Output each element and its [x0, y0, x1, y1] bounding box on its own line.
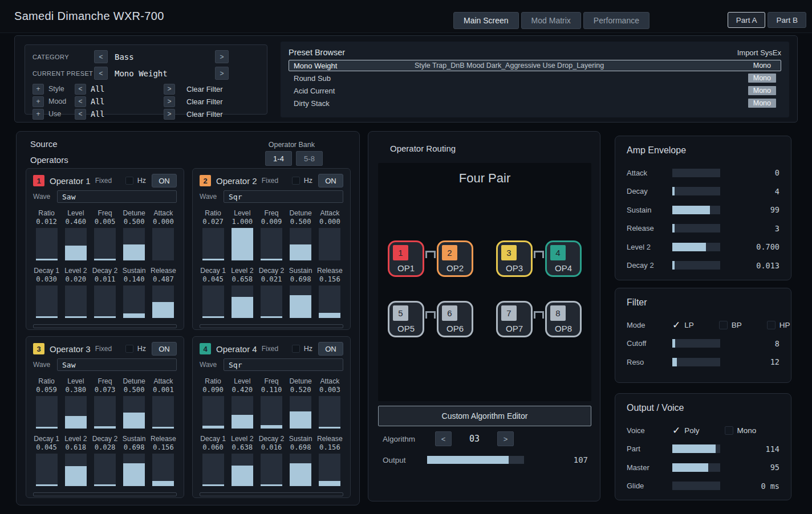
param-slider[interactable]: [94, 454, 116, 486]
param-slider[interactable]: [123, 454, 145, 486]
preset-row[interactable]: Round SubMono: [289, 72, 781, 84]
routing-node-op6[interactable]: 6OP6: [437, 301, 473, 337]
clear-filter-button[interactable]: Clear Filter: [186, 110, 223, 119]
param-slider[interactable]: [672, 358, 720, 366]
wave-select[interactable]: Saw: [57, 190, 177, 203]
param-slider[interactable]: [65, 454, 87, 486]
operator-scrollbar[interactable]: [200, 492, 343, 496]
param-slider[interactable]: [232, 396, 253, 429]
operator-on-button[interactable]: ON: [152, 174, 177, 187]
part-button-part-b[interactable]: Part B: [768, 12, 806, 28]
hz-checkbox[interactable]: [125, 345, 133, 353]
param-slider[interactable]: [319, 396, 340, 429]
algorithm-next-button[interactable]: >: [497, 431, 514, 446]
param-slider[interactable]: [152, 454, 174, 486]
param-slider[interactable]: [94, 285, 116, 318]
param-slider[interactable]: [94, 396, 116, 429]
param-slider[interactable]: [123, 396, 145, 429]
add-filter-button[interactable]: +: [33, 109, 44, 120]
hz-checkbox[interactable]: [125, 177, 133, 185]
bank-button-1-4[interactable]: 1-4: [265, 151, 292, 166]
param-slider[interactable]: [672, 243, 720, 251]
param-slider[interactable]: [36, 285, 58, 318]
filter-mode-option-bp[interactable]: BP: [719, 321, 742, 329]
routing-node-op7[interactable]: 7OP7: [496, 301, 533, 337]
category-next-button[interactable]: >: [215, 50, 229, 63]
preset-next-button[interactable]: >: [215, 67, 229, 80]
param-slider[interactable]: [290, 454, 311, 486]
param-slider[interactable]: [36, 454, 58, 486]
param-slider[interactable]: [261, 396, 282, 429]
param-slider[interactable]: [65, 285, 87, 318]
add-filter-button[interactable]: +: [33, 84, 44, 95]
routing-node-op1[interactable]: 1OP1: [388, 240, 424, 277]
nav-button-mod-matrix[interactable]: Mod Matrix: [521, 12, 581, 29]
param-slider[interactable]: [202, 396, 224, 429]
param-slider[interactable]: [202, 454, 224, 486]
param-slider[interactable]: [36, 396, 58, 429]
operator-on-button[interactable]: ON: [318, 174, 343, 187]
param-slider[interactable]: [261, 228, 282, 260]
preset-row[interactable]: Dirty StackMono: [289, 97, 781, 109]
voice-mode-option-poly[interactable]: ✓Poly: [672, 426, 700, 435]
param-slider[interactable]: [672, 206, 720, 214]
nav-button-main-screen[interactable]: Main Screen: [453, 12, 519, 29]
filter-prev-button[interactable]: <: [75, 96, 86, 107]
operator-on-button[interactable]: ON: [318, 342, 343, 356]
param-slider[interactable]: [232, 228, 253, 260]
param-slider[interactable]: [319, 285, 340, 318]
hz-checkbox[interactable]: [292, 177, 300, 185]
filter-next-button[interactable]: >: [164, 84, 175, 95]
param-slider[interactable]: [152, 228, 174, 260]
wave-select[interactable]: Sqr: [224, 358, 343, 371]
param-slider[interactable]: [672, 339, 720, 348]
output-slider[interactable]: [427, 456, 524, 464]
custom-algorithm-editor-button[interactable]: Custom Algorithm Editor: [378, 406, 591, 426]
filter-prev-button[interactable]: <: [75, 84, 86, 95]
param-slider[interactable]: [672, 224, 720, 232]
part-button-part-a[interactable]: Part A: [728, 12, 766, 28]
add-filter-button[interactable]: +: [33, 96, 44, 107]
param-slider[interactable]: [672, 187, 720, 195]
param-slider[interactable]: [672, 463, 720, 472]
param-slider[interactable]: [123, 285, 145, 318]
operator-scrollbar[interactable]: [33, 324, 177, 328]
param-slider[interactable]: [65, 228, 87, 260]
bank-button-5-8[interactable]: 5-8: [296, 151, 323, 166]
clear-filter-button[interactable]: Clear Filter: [186, 85, 223, 93]
operator-on-button[interactable]: ON: [152, 342, 177, 356]
routing-node-op5[interactable]: 5OP5: [388, 301, 424, 337]
param-slider[interactable]: [290, 285, 311, 318]
filter-mode-option-hp[interactable]: HP: [767, 321, 790, 329]
param-slider[interactable]: [152, 285, 174, 318]
algorithm-prev-button[interactable]: <: [435, 431, 452, 446]
hz-checkbox[interactable]: [292, 345, 300, 353]
param-slider[interactable]: [232, 454, 253, 486]
wave-select[interactable]: Sqr: [224, 190, 343, 203]
import-sysex-button[interactable]: Import SysEx: [737, 48, 781, 57]
filter-prev-button[interactable]: <: [75, 109, 86, 120]
param-slider[interactable]: [261, 285, 282, 318]
param-slider[interactable]: [152, 396, 174, 429]
param-slider[interactable]: [290, 228, 311, 260]
param-slider[interactable]: [672, 169, 720, 177]
filter-next-button[interactable]: >: [164, 96, 175, 107]
operator-scrollbar[interactable]: [200, 324, 343, 328]
param-slider[interactable]: [672, 482, 720, 490]
preset-row[interactable]: Acid CurrentMono: [289, 85, 781, 96]
param-slider[interactable]: [232, 285, 253, 318]
param-slider[interactable]: [319, 228, 340, 260]
param-slider[interactable]: [65, 396, 87, 429]
param-slider[interactable]: [261, 454, 282, 486]
param-slider[interactable]: [319, 454, 340, 486]
param-slider[interactable]: [94, 228, 116, 260]
operator-scrollbar[interactable]: [33, 492, 177, 496]
wave-select[interactable]: Saw: [57, 358, 177, 371]
preset-row[interactable]: Mono WeightStyle Trap_DnB Mood Dark_Aggr…: [289, 60, 781, 71]
routing-node-op4[interactable]: 4OP4: [545, 240, 582, 277]
preset-prev-button[interactable]: <: [94, 67, 108, 80]
clear-filter-button[interactable]: Clear Filter: [186, 97, 223, 106]
filter-mode-option-lp[interactable]: ✓LP: [672, 321, 694, 329]
filter-next-button[interactable]: >: [164, 109, 175, 120]
voice-mode-option-mono[interactable]: Mono: [725, 426, 757, 435]
